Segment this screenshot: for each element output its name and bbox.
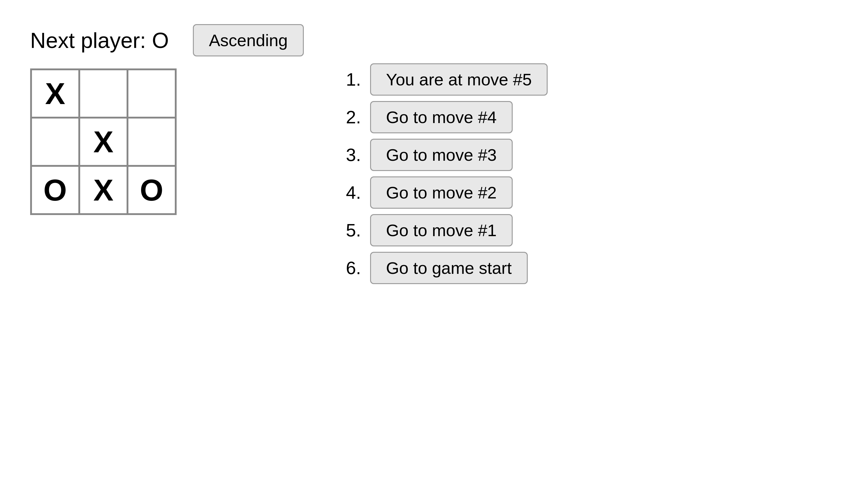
- sort-button[interactable]: Ascending: [193, 24, 304, 56]
- main-container: Next player: O Ascending XXOXO 1.You are…: [0, 0, 868, 308]
- move-item-5: 6.Go to game start: [340, 252, 548, 284]
- right-panel: 1.You are at move #52.Go to move #43.Go …: [340, 24, 548, 284]
- move-number-5: 6.: [340, 258, 361, 278]
- move-number-1: 2.: [340, 107, 361, 127]
- move-item-3: 4.Go to move #2: [340, 176, 548, 209]
- board-cell-0[interactable]: X: [31, 69, 79, 118]
- tic-tac-toe-board: XXOXO: [30, 68, 177, 215]
- board-cell-7[interactable]: X: [79, 166, 127, 214]
- board-cell-8[interactable]: O: [127, 166, 176, 214]
- board-cell-2[interactable]: [127, 69, 176, 118]
- move-button-2[interactable]: Go to move #3: [370, 139, 513, 171]
- move-number-4: 5.: [340, 220, 361, 241]
- board-cell-3[interactable]: [31, 118, 79, 166]
- move-button-0[interactable]: You are at move #5: [370, 63, 548, 96]
- next-player-label: Next player: O: [30, 28, 169, 53]
- move-number-3: 4.: [340, 182, 361, 203]
- move-number-0: 1.: [340, 69, 361, 90]
- move-item-0: 1.You are at move #5: [340, 63, 548, 96]
- board-cell-6[interactable]: O: [31, 166, 79, 214]
- move-item-1: 2.Go to move #4: [340, 101, 548, 133]
- top-row: Next player: O Ascending: [30, 24, 304, 56]
- board-cell-5[interactable]: [127, 118, 176, 166]
- board-cell-1[interactable]: [79, 69, 127, 118]
- move-button-5[interactable]: Go to game start: [370, 252, 528, 284]
- move-button-3[interactable]: Go to move #2: [370, 176, 513, 209]
- left-panel: Next player: O Ascending XXOXO: [30, 24, 304, 215]
- move-button-4[interactable]: Go to move #1: [370, 214, 513, 246]
- move-number-2: 3.: [340, 145, 361, 165]
- move-item-4: 5.Go to move #1: [340, 214, 548, 246]
- board-cell-4[interactable]: X: [79, 118, 127, 166]
- move-button-1[interactable]: Go to move #4: [370, 101, 513, 133]
- move-list: 1.You are at move #52.Go to move #43.Go …: [340, 63, 548, 284]
- move-item-2: 3.Go to move #3: [340, 139, 548, 171]
